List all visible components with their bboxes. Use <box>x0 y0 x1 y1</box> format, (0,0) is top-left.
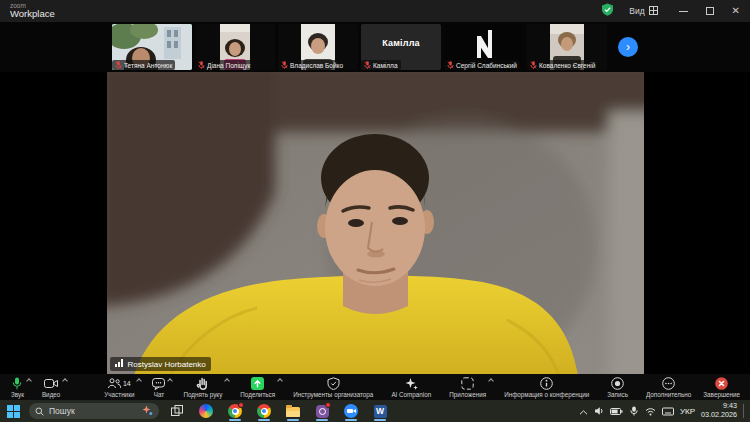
audio-level-bars-icon <box>115 359 124 369</box>
record-button[interactable]: Запись <box>602 374 635 400</box>
chevron-up-icon[interactable] <box>168 378 174 384</box>
end-meeting-button[interactable]: Завершение <box>698 374 747 400</box>
system-tray: УКР 9:43 03.02.2026 <box>579 402 746 420</box>
grid-view-icon <box>649 6 658 17</box>
zoom-meeting-window: zoom Workplace Вид ✕ <box>0 0 750 422</box>
participant-name-tag: Камілла <box>361 60 401 70</box>
app-title-name: Workplace <box>10 9 55 19</box>
next-page-button[interactable]: › <box>618 37 638 57</box>
chevron-right-icon: › <box>626 41 630 53</box>
participant-name: Коваленко Євгеній <box>539 62 595 69</box>
shield-icon <box>327 377 340 390</box>
chat-bubble-icon <box>152 377 165 390</box>
chevron-up-icon[interactable] <box>488 378 494 384</box>
microphone-icon <box>12 377 22 390</box>
chrome-button[interactable] <box>224 400 246 422</box>
mic-muted-icon <box>115 61 122 69</box>
participant-name: Камілла <box>373 62 398 69</box>
meeting-toolbar: Звук Видео 14 Участники Чат <box>0 374 750 400</box>
participant-name-tag: Владислав Бойко <box>278 60 346 70</box>
participant-thumbnail[interactable]: Тетяна Антонюк <box>112 24 192 70</box>
view-button[interactable]: Вид <box>629 6 657 17</box>
language-indicator[interactable]: УКР <box>680 407 695 416</box>
date: 03.02.2026 <box>701 411 737 420</box>
mic-muted-icon <box>530 61 537 69</box>
windows-taskbar: Пошук W <box>0 400 750 422</box>
participant-thumbnail[interactable]: Владислав Бойко <box>278 24 358 70</box>
participant-name: Владислав Бойко <box>290 62 343 69</box>
clock[interactable]: 9:43 03.02.2026 <box>701 402 737 419</box>
ai-companion-button[interactable]: AI Companion <box>386 374 438 400</box>
title-bar: zoom Workplace Вид ✕ <box>0 0 750 22</box>
show-desktop-button[interactable] <box>743 404 746 418</box>
notification-badge <box>238 402 244 408</box>
tray-chevron-up-icon[interactable] <box>579 402 588 420</box>
main-stage: Rostyslav Horbatenko <box>0 72 750 374</box>
tray-microphone-icon[interactable] <box>629 402 639 420</box>
search-highlights-icon <box>142 402 153 420</box>
camera-icon <box>44 377 58 390</box>
sparkle-icon <box>405 377 418 390</box>
host-tools-button[interactable]: Инструменты организатора <box>288 374 380 400</box>
security-shield-icon[interactable] <box>601 2 614 20</box>
participant-thumbnail[interactable]: Сергій Слабинський <box>444 24 524 70</box>
wifi-icon[interactable] <box>645 402 656 420</box>
start-button[interactable] <box>4 400 22 422</box>
raise-hand-icon <box>196 377 209 390</box>
start-icon <box>7 405 20 418</box>
speaker-name-tag: Rostyslav Horbatenko <box>110 357 211 371</box>
copilot-icon <box>199 404 213 418</box>
speaker-name: Rostyslav Horbatenko <box>128 360 206 369</box>
share-screen-button[interactable]: Поделиться <box>235 374 282 400</box>
chevron-up-icon[interactable] <box>62 378 68 384</box>
participant-thumbnail[interactable]: Камілла Камілла <box>361 24 441 70</box>
minimize-icon[interactable] <box>679 11 688 12</box>
participant-count: 14 <box>123 380 131 387</box>
copilot-button[interactable] <box>195 400 217 422</box>
search-input[interactable]: Пошук <box>29 403 159 419</box>
participant-name-tag: Сергій Слабинський <box>444 60 520 70</box>
app-title: zoom Workplace <box>10 3 55 20</box>
maximize-icon[interactable] <box>706 7 714 15</box>
share-screen-icon <box>251 377 264 390</box>
raise-hand-button[interactable]: Поднять руку <box>178 374 229 400</box>
close-icon[interactable]: ✕ <box>732 6 740 16</box>
more-icon <box>662 377 675 390</box>
chevron-up-icon[interactable] <box>26 378 32 384</box>
video-button[interactable]: Видео <box>37 374 67 400</box>
speaker-icon[interactable] <box>594 402 604 420</box>
viber-button[interactable] <box>311 400 333 422</box>
participants-button[interactable]: 14 Участники <box>99 374 141 400</box>
apps-button[interactable]: Приложения <box>444 374 493 400</box>
info-icon <box>540 377 553 390</box>
participant-name: Тетяна Антонюк <box>124 62 172 69</box>
chrome-profile-button[interactable] <box>253 400 275 422</box>
meeting-info-button[interactable]: Информация о конференции <box>499 374 596 400</box>
participant-thumbnail[interactable]: Діана Поліщук <box>195 24 275 70</box>
view-label: Вид <box>629 6 644 16</box>
more-button[interactable]: Дополнительно <box>641 374 698 400</box>
task-view-button[interactable] <box>166 400 188 422</box>
participant-name-tag: Тетяна Антонюк <box>112 60 175 70</box>
zoom-app-button[interactable] <box>340 400 362 422</box>
notification-badge <box>325 402 331 408</box>
mic-muted-icon <box>198 61 205 69</box>
battery-icon[interactable] <box>610 402 623 420</box>
participant-thumbnail[interactable]: Коваленко Євгеній <box>527 24 607 70</box>
main-speaker-video: Rostyslav Horbatenko <box>107 72 644 374</box>
chevron-up-icon[interactable] <box>225 378 231 384</box>
chevron-up-icon[interactable] <box>277 378 283 384</box>
participant-filmstrip: Тетяна Антонюк Діана Поліщук <box>0 22 750 72</box>
mute-button[interactable]: Звук <box>6 374 31 400</box>
participant-name: Діана Поліщук <box>207 62 250 69</box>
mic-muted-icon <box>364 61 371 69</box>
participant-name-tag: Діана Поліщук <box>195 60 253 70</box>
search-placeholder: Пошук <box>49 406 137 416</box>
zoom-app-icon <box>344 404 358 418</box>
word-button[interactable]: W <box>369 400 391 422</box>
chat-button[interactable]: Чат <box>147 374 172 400</box>
file-explorer-icon <box>286 407 300 417</box>
keyboard-icon[interactable] <box>662 402 674 420</box>
chevron-up-icon[interactable] <box>137 378 143 384</box>
file-explorer-button[interactable] <box>282 400 304 422</box>
